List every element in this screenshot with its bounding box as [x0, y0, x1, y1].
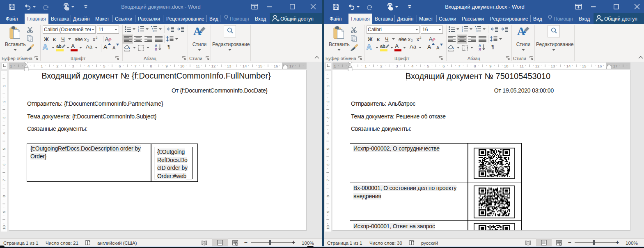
svg-text:2: 2 — [380, 64, 382, 68]
svg-text:2: 2 — [325, 100, 330, 102]
svg-text:8: 8 — [2, 195, 6, 197]
svg-text:7: 7 — [2, 179, 6, 181]
svg-text:4: 4 — [325, 132, 330, 134]
svg-text:7: 7 — [458, 64, 460, 68]
svg-text:4: 4 — [411, 64, 413, 68]
svg-text:Я: Я — [479, 47, 481, 51]
svg-text:7: 7 — [325, 179, 330, 181]
svg-text:9: 9 — [165, 64, 167, 68]
svg-text:13: 13 — [227, 64, 231, 68]
svg-text:15: 15 — [258, 64, 263, 68]
svg-text:9: 9 — [2, 211, 6, 213]
svg-text:10: 10 — [325, 225, 330, 230]
svg-text:3: 3 — [325, 116, 330, 118]
svg-text:10: 10 — [180, 64, 185, 68]
svg-text:9: 9 — [325, 211, 330, 213]
svg-text:4: 4 — [87, 64, 89, 68]
svg-text:2: 2 — [2, 100, 6, 102]
svg-text:13: 13 — [551, 64, 555, 68]
svg-text:12: 12 — [211, 64, 216, 68]
svg-text:5: 5 — [2, 148, 6, 150]
svg-text:14: 14 — [566, 64, 571, 68]
svg-text:16: 16 — [598, 64, 602, 68]
svg-text:5: 5 — [103, 64, 105, 68]
svg-text:9: 9 — [489, 64, 491, 68]
svg-text:6: 6 — [2, 163, 6, 165]
svg-text:11: 11 — [520, 64, 524, 68]
svg-text:8: 8 — [474, 64, 476, 68]
svg-text:2: 2 — [56, 64, 58, 68]
svg-text:1: 1 — [325, 85, 330, 87]
svg-text:1: 1 — [364, 64, 367, 68]
svg-text:6: 6 — [442, 64, 445, 68]
svg-text:6: 6 — [119, 64, 121, 68]
svg-text:14: 14 — [243, 64, 247, 68]
svg-text:10: 10 — [504, 64, 509, 68]
svg-text:4: 4 — [2, 132, 6, 134]
svg-text:Я: Я — [155, 47, 157, 51]
svg-text:7: 7 — [134, 64, 136, 68]
svg-text:17: 17 — [613, 64, 618, 68]
svg-text:15: 15 — [582, 64, 587, 68]
svg-text:1: 1 — [41, 64, 43, 68]
svg-text:12: 12 — [535, 64, 540, 68]
svg-text:3: 3 — [2, 116, 6, 118]
svg-text:8: 8 — [325, 195, 330, 197]
svg-text:3: 3 — [396, 64, 398, 68]
svg-text:10: 10 — [2, 225, 6, 230]
svg-text:1: 1 — [2, 85, 6, 87]
svg-text:11: 11 — [196, 64, 200, 68]
svg-text:1: 1 — [10, 64, 12, 68]
svg-text:5: 5 — [325, 148, 330, 150]
svg-text:3: 3 — [462, 30, 463, 32]
svg-text:6: 6 — [325, 163, 330, 165]
svg-text:8: 8 — [150, 64, 152, 68]
svg-text:1: 1 — [334, 64, 336, 68]
svg-text:3: 3 — [72, 64, 74, 68]
svg-text:17: 17 — [289, 64, 294, 68]
svg-text:3: 3 — [138, 30, 139, 32]
svg-text:5: 5 — [427, 64, 429, 68]
svg-text:16: 16 — [274, 64, 278, 68]
